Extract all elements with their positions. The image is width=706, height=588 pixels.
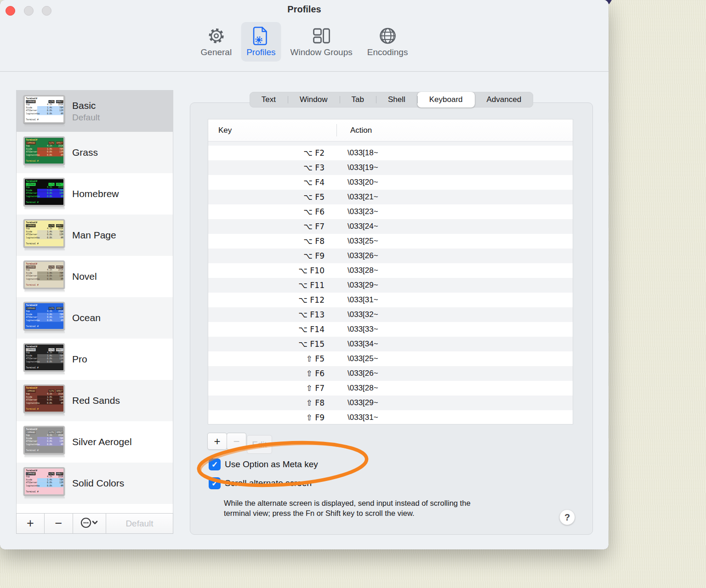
profile-thumbnail: Terminal# COMMAND %CPU RPRVT top4.1%231K… <box>23 95 66 127</box>
key-row[interactable]: ⌥ F7\033[24~ <box>208 219 573 234</box>
key-row[interactable]: ⌥ F10\033[28~ <box>208 263 573 278</box>
thumb-rows: top4.1%231KXcode1.4%78MATSServer0.0%13Ml… <box>26 351 63 363</box>
thumb-prompt: Terminal # <box>26 283 63 287</box>
profile-thumbnail: Terminal# COMMAND %CPU RPRVT top4.1%231K… <box>23 136 66 169</box>
profile-list-toolbar: + − Default <box>16 513 173 534</box>
thumb-prompt: Terminal # <box>26 325 63 328</box>
profile-name: Grass <box>72 147 98 158</box>
profile-name: Ocean <box>72 312 101 323</box>
scroll-alternate-screen-row: ✓ Scroll alternate screen <box>209 477 312 489</box>
checkbox-label: Scroll alternate screen <box>225 478 312 488</box>
thumb-prompt: Terminal # <box>26 407 63 411</box>
key-row[interactable]: ⌥ F13\033[32~ <box>208 307 573 322</box>
help-button[interactable]: ? <box>559 509 575 525</box>
thumb-prompt: Terminal # <box>26 118 63 121</box>
toolbar-label: Window Groups <box>290 47 353 57</box>
toolbar-item-window-groups[interactable]: Window Groups <box>285 22 358 62</box>
key-row[interactable]: ⌥ F12\033[31~ <box>208 293 573 307</box>
profile-row-grass[interactable]: Terminal# COMMAND %CPU RPRVT top4.1%231K… <box>17 132 173 173</box>
thumb-rows: top4.1%231KXcode1.4%78MATSServer0.0%13Ml… <box>26 269 63 281</box>
profile-thumbnail: Terminal# COMMAND %CPU RPRVT top4.1%231K… <box>23 467 66 499</box>
profile-actions-menu-button[interactable] <box>73 514 106 533</box>
key-row[interactable]: ⇧ F5\033[25~ <box>208 351 573 366</box>
titlebar: Profiles General <box>0 0 609 72</box>
thumb-rows: top4.1%231KXcode1.4%78MATSServer0.0%13Ml… <box>26 145 63 157</box>
thumbnail-reflection <box>24 455 65 458</box>
key-row[interactable]: ⌥ F11\033[29~ <box>208 278 573 293</box>
ellipsis-circle-chevron-icon <box>80 517 99 531</box>
key-row[interactable]: ⇧ F9\033[31~ <box>208 410 573 424</box>
profile-name: Basic <box>72 100 100 111</box>
key-row[interactable]: ⇧ F8\033[29~ <box>208 396 573 410</box>
key-row[interactable]: ⌥ F8\033[25~ <box>208 234 573 249</box>
set-default-button[interactable]: Default <box>106 514 173 533</box>
remove-profile-button[interactable]: − <box>45 514 73 533</box>
thumb-rows: top4.1%231KXcode1.4%78MATSServer0.0%13Ml… <box>26 227 63 239</box>
key-row[interactable]: ⇧ F6\033[26~ <box>208 366 573 381</box>
profile-row-red-sands[interactable]: Terminal# COMMAND %CPU RPRVT top4.1%231K… <box>17 380 173 421</box>
toolbar-item-encodings[interactable]: Encodings <box>362 22 414 62</box>
column-header-action: Action <box>350 126 372 135</box>
tab-tab[interactable]: Tab <box>340 92 376 107</box>
profile-row-solid-colors[interactable]: Terminal# COMMAND %CPU RPRVT top4.1%231K… <box>17 463 173 504</box>
profile-list: Terminal# COMMAND %CPU RPRVT top4.1%231K… <box>16 90 173 513</box>
tab-window[interactable]: Window <box>288 92 339 107</box>
key-row[interactable]: ⌥ F15\033[34~ <box>208 337 573 351</box>
profile-row-novel[interactable]: Terminal# COMMAND %CPU RPRVT top4.1%231K… <box>17 256 173 297</box>
thumbnail-reflection <box>24 497 65 499</box>
add-profile-button[interactable]: + <box>17 514 45 533</box>
checkmark-icon: ✓ <box>211 479 218 488</box>
gear-icon <box>206 26 226 46</box>
profile-subtitle: Default <box>72 113 100 123</box>
edit-key-button[interactable]: Edit <box>247 435 272 454</box>
toolbar-label: Profiles <box>246 47 275 57</box>
profile-thumbnail: Terminal# COMMAND %CPU RPRVT top4.1%231K… <box>23 178 66 210</box>
key-row[interactable]: ⌥ F3\033[19~ <box>208 160 573 175</box>
profile-row-silver-aerogel[interactable]: Terminal# COMMAND %CPU RPRVT top4.1%231K… <box>17 421 173 463</box>
profile-thumbnail: Terminal# COMMAND %CPU RPRVT top4.1%231K… <box>23 426 66 458</box>
key-row[interactable]: ⌥ F2\033[18~ <box>208 146 573 160</box>
profile-row-homebrew[interactable]: Terminal# COMMAND %CPU RPRVT top4.1%231K… <box>17 173 173 215</box>
thumbnail-reflection <box>24 290 65 293</box>
toolbar: General Profiles <box>195 22 414 62</box>
key-row[interactable]: ⌥ F5\033[21~ <box>208 190 573 204</box>
key-row[interactable]: ⌥ F6\033[23~ <box>208 204 573 219</box>
remove-key-button[interactable]: − <box>227 433 246 450</box>
profile-name: Solid Colors <box>72 478 124 489</box>
thumb-prompt: Terminal # <box>26 366 63 369</box>
profile-thumbnail: Terminal# COMMAND %CPU RPRVT top4.1%231K… <box>23 302 66 334</box>
profile-thumbnail: Terminal# COMMAND %CPU RPRVT top4.1%231K… <box>23 219 66 251</box>
key-row[interactable]: ⌥ F14\033[33~ <box>208 322 573 337</box>
tab-keyboard[interactable]: Keyboard <box>417 92 475 107</box>
toolbar-item-general[interactable]: General <box>195 22 238 62</box>
toolbar-item-profiles[interactable]: Profiles <box>241 22 281 62</box>
profile-row-ocean[interactable]: Terminal# COMMAND %CPU RPRVT top4.1%231K… <box>17 297 173 339</box>
thumb-rows: top4.1%231KXcode1.4%78MATSServer0.0%13Ml… <box>26 186 63 198</box>
checkbox-label: Use Option as Meta key <box>225 459 318 469</box>
thumbnail-reflection <box>24 249 65 251</box>
profile-name: Man Page <box>72 230 116 241</box>
thumb-prompt: Terminal # <box>26 159 63 163</box>
tab-shell[interactable]: Shell <box>376 92 417 107</box>
use-option-as-meta-key-row: ✓ Use Option as Meta key <box>209 458 318 470</box>
key-row[interactable]: ⌥ F9\033[26~ <box>208 249 573 263</box>
profile-row-pro[interactable]: Terminal# COMMAND %CPU RPRVT top4.1%231K… <box>17 339 173 380</box>
profile-row-man-page[interactable]: Terminal# COMMAND %CPU RPRVT top4.1%231K… <box>17 215 173 256</box>
profile-row-basic[interactable]: Terminal# COMMAND %CPU RPRVT top4.1%231K… <box>17 90 173 132</box>
column-divider[interactable] <box>336 124 337 136</box>
add-key-button[interactable]: + <box>207 433 227 450</box>
key-row[interactable]: ⌥ F4\033[20~ <box>208 175 573 190</box>
tab-bar: TextWindowTabShellKeyboardAdvanced <box>250 92 533 107</box>
table-header: Key Action <box>208 119 573 141</box>
tab-advanced[interactable]: Advanced <box>475 92 534 107</box>
profile-settings-pane: TextWindowTabShellKeyboardAdvanced Key A… <box>190 102 593 535</box>
tab-text[interactable]: Text <box>250 92 288 107</box>
scroll-alternate-screen-checkbox[interactable]: ✓ <box>209 477 221 489</box>
use-option-as-meta-key-checkbox[interactable]: ✓ <box>209 458 221 470</box>
key-table-body: ⌥ F2\033[18~⌥ F3\033[19~⌥ F4\033[20~⌥ F5… <box>208 141 573 424</box>
thumb-prompt: Terminal # <box>26 201 63 204</box>
thumb-prompt: Terminal # <box>26 242 63 245</box>
thumbnail-reflection <box>24 414 65 417</box>
key-row[interactable]: ⇧ F7\033[28~ <box>208 381 573 396</box>
profile-name: Homebrew <box>72 188 119 199</box>
